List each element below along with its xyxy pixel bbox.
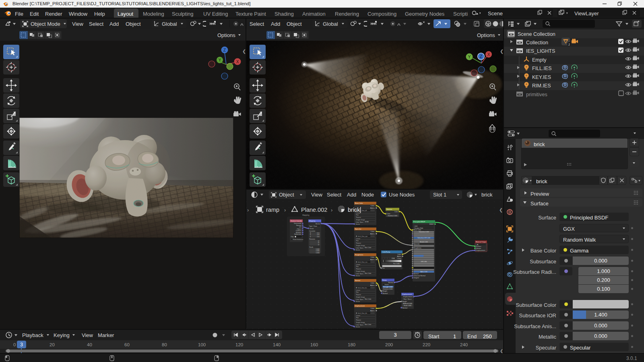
svg-text:Non-Color: Non-Color [365, 324, 372, 325]
svg-text:1.000: 1.000 [316, 248, 320, 250]
svg-text:Reflection: Reflection [294, 233, 301, 235]
svg-text:❮: ❮ [499, 207, 503, 213]
svg-text:Texture Coordin: Texture Coordin [291, 220, 302, 222]
svg-text:0°: 0° [318, 242, 320, 244]
svg-text:Rotation: Rotation [310, 238, 316, 240]
svg-text:brick_floor_rou: brick_floor_rou [358, 261, 367, 263]
svg-text:sRGB: sRGB [365, 221, 369, 223]
svg-text:Object Space: Object Space [403, 298, 412, 300]
svg-text:Roughness: Roughness [414, 247, 421, 249]
svg-text:0°: 0° [318, 244, 320, 246]
svg-text:Plane.002: Plane.002 [301, 207, 327, 213]
svg-text:brick_floor_spe: brick_floor_spe [358, 236, 367, 237]
svg-text:Random Walk: Random Walk [415, 228, 423, 229]
svg-text:0°: 0° [318, 240, 320, 242]
svg-text:Fac: Fac [382, 267, 385, 269]
svg-text:Mapping: Mapping [309, 220, 315, 222]
svg-text:Type:: Type: [309, 225, 313, 227]
svg-text:Subsurface 0.000: Subsurface 0.000 [419, 231, 429, 233]
svg-text:Gamma: Gamma [386, 208, 392, 210]
svg-text:Z: Z [223, 48, 226, 52]
svg-text:Tangent: Tangent [414, 277, 419, 279]
svg-text:2: 2 [568, 43, 570, 46]
svg-text:Scene Collection: Scene Collection [518, 31, 555, 37]
svg-text:Displacement: Displacement [476, 250, 486, 251]
svg-text:ramp: ramp [266, 207, 279, 213]
svg-text:Color: Color [387, 213, 391, 215]
svg-text:Non-Color: Non-Color [365, 273, 372, 274]
svg-text:0 m: 0 m [317, 232, 320, 234]
svg-text:Volume: Volume [476, 248, 481, 249]
svg-text:Specular: Specular [414, 243, 420, 245]
svg-text:FILL.IES: FILL.IES [532, 66, 552, 71]
svg-text:brick: brick [348, 207, 360, 213]
svg-text:ColorRamp: ColorRamp [382, 251, 390, 253]
svg-text:Linear: Linear [397, 258, 402, 259]
svg-text:Clearcoat Normal: Clearcoat Normal [414, 275, 426, 277]
svg-text:Pos 1.000: Pos 1.000 [393, 263, 400, 265]
svg-text:Alpha: Alpha [397, 255, 402, 257]
svg-text:RIM.IES: RIM.IES [532, 83, 551, 89]
svg-text:Gamma 1.500: Gamma 1.500 [388, 215, 397, 217]
svg-text:Normal: Normal [388, 281, 393, 283]
svg-text:Normal: Normal [355, 279, 360, 281]
svg-text:X: X [236, 60, 239, 64]
svg-text:KEY.IES: KEY.IES [532, 74, 551, 80]
svg-text:brick_floor_dis: brick_floor_dis [358, 312, 367, 314]
svg-text:Vector: Vector [310, 228, 314, 230]
svg-text:Non-Color: Non-Color [365, 247, 372, 248]
svg-text:From Instancer: From Instancer [293, 239, 303, 240]
svg-text:›: › [331, 207, 332, 213]
svg-text:IOR 1.450: IOR 1.450 [421, 261, 427, 263]
svg-text:Point: Point [314, 225, 318, 227]
svg-text:Roughness: Roughness [355, 254, 363, 256]
svg-text:1.000: 1.000 [316, 252, 320, 254]
svg-text:Empty: Empty [532, 57, 547, 63]
svg-text:Y: Y [468, 55, 471, 59]
svg-text:BSDF: BSDF [429, 223, 434, 225]
svg-text:Displacement: Displacement [403, 296, 413, 298]
svg-text:Z: Z [480, 54, 482, 59]
svg-text:RGB: RGB [392, 258, 395, 259]
svg-text:Bump: Bump [382, 279, 387, 281]
svg-text:Normal: Normal [383, 292, 388, 294]
svg-text:Obje: Obje [291, 236, 294, 238]
svg-text:Specular: Specular [355, 228, 361, 230]
svg-text:Color: Color [394, 211, 398, 213]
svg-text:1.000: 1.000 [316, 250, 320, 252]
svg-text:0 m: 0 m [317, 236, 320, 238]
svg-text:GGX: GGX [415, 225, 418, 227]
svg-text:›: › [247, 207, 249, 213]
svg-text:Y: Y [219, 58, 221, 62]
svg-text:Normal: Normal [414, 273, 419, 275]
svg-text:Subsurface IOR 1.400: Subsurface IOR 1.400 [417, 237, 430, 239]
svg-text:Normal: Normal [402, 307, 408, 309]
svg-text:Vector: Vector [316, 223, 320, 225]
svg-text:primitives: primitives [526, 92, 547, 97]
svg-text:brick_floor_bu: brick_floor_bu [358, 287, 367, 289]
svg-text:Scale: Scale [310, 246, 314, 248]
svg-text:›: › [284, 207, 286, 213]
svg-text:Base Color: Base Color [414, 229, 422, 231]
svg-text:Non-Color: Non-Color [365, 298, 372, 300]
svg-text:Principled BSDF: Principled BSDF [413, 221, 425, 223]
svg-text:Height: Height [383, 290, 388, 292]
svg-text:Displacement: Displacement [402, 293, 412, 295]
svg-text:Midlevel 0.500: Midlevel 0.500 [403, 303, 412, 304]
svg-text:Invert: Invert [385, 284, 389, 285]
svg-text:Mapping: Mapping [302, 214, 310, 216]
svg-text:Surface: Surface [476, 246, 481, 247]
svg-text:Collection: Collection [526, 40, 548, 46]
svg-text:0 m: 0 m [317, 234, 320, 236]
svg-text:Height: Height [402, 300, 407, 302]
svg-text:Alpha 1.000: Alpha 1.000 [420, 271, 427, 273]
svg-text:Location: Location [310, 230, 316, 232]
svg-text:Displacement: Displacement [355, 305, 365, 307]
svg-text:Base Color: Base Color [355, 202, 363, 204]
svg-text:IES_LIGHTS: IES_LIGHTS [526, 48, 555, 54]
svg-text:Material Output: Material Output [476, 241, 487, 243]
svg-text:Strength 1.000: Strength 1.000 [383, 286, 392, 288]
svg-text:X: X [487, 52, 490, 57]
svg-text:Metallic 0.000: Metallic 0.000 [420, 241, 428, 243]
